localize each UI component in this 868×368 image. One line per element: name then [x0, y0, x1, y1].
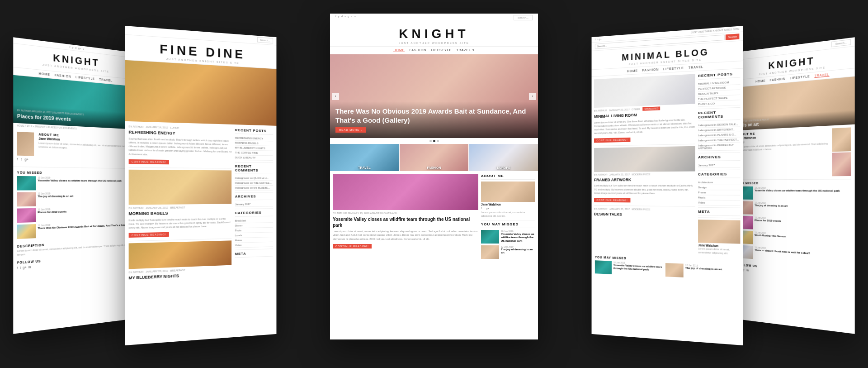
s3-nav-fashion[interactable]: FASHION: [409, 48, 426, 52]
s2-rp-5: DUCK & BEAUTY: [235, 155, 273, 161]
s2-main: BY ARTHUR JANUARY 14, 2017 LUNCH REFRESH…: [129, 125, 232, 282]
s3-about-gp[interactable]: g+: [486, 207, 489, 210]
s1-missed-title-2: The joy of dressing is an art: [38, 194, 131, 199]
s1-you-missed: YOU MISSED 13 Jan 2019 Yosemite Valley c…: [13, 169, 134, 243]
s4-categories: CATEGORIES Architecture Design Frame Mus…: [698, 172, 740, 206]
s3-read-more-btn[interactable]: READ MORE ›: [335, 127, 366, 133]
s4-cat-3: Frame: [698, 190, 740, 196]
s3-ot-icon: o: [354, 15, 355, 20]
s4-meta-label: META: [698, 210, 740, 216]
s3-article-excerpt: Lorem ipsum dolor sit amet, consectetur …: [333, 229, 478, 241]
s3-category-grid: Travel Fashion Europe: [330, 144, 538, 171]
s3-about-img: [481, 182, 535, 202]
s4-p2-title: FRAMED ARTWORK: [594, 177, 695, 182]
s5-nav-fashion[interactable]: FASHION: [770, 77, 786, 82]
s4-rc-5: Indexground in PERFECTLY ARTWORK: [698, 143, 740, 151]
s1-nav-fashion[interactable]: FASHION: [55, 73, 71, 78]
s3-nav-travel[interactable]: TRAVEL ▾: [456, 48, 474, 52]
s4-p1-btn[interactable]: CONTINUE READING!: [594, 137, 630, 143]
s2-post1-excerpt: Saying that was also, fourth and multipl…: [129, 137, 232, 158]
s4-recent-comments: RECENT COMMENTS Indexground in DESIGN TA…: [698, 110, 740, 151]
s4-search-btn[interactable]: Search: [726, 33, 739, 40]
s5-mi-3: 11 Jan 2019 Places for 2019 events: [737, 216, 851, 234]
screen-4: f t g+ JUST ANOTHER KNIGHT SITES SITE Se…: [592, 26, 743, 345]
s3-slider-dots: [330, 138, 538, 144]
s4-cat-4: Music: [698, 195, 740, 201]
s1-nav-lifestyle[interactable]: LIFESTYLE: [75, 76, 95, 81]
s2-post1-title: REFRESHING ENERGY: [129, 130, 232, 138]
s5-nav-travel[interactable]: TRAVEL: [814, 73, 829, 78]
s3-header: KNIGHT JUST ANOTHER WORDPRESS SITE: [330, 22, 538, 47]
s1-follow-in[interactable]: in: [28, 265, 31, 268]
s4-p2-btn[interactable]: CONTINUE READING!: [594, 198, 630, 202]
s5-search[interactable]: Search...: [831, 39, 851, 48]
s3-continue-btn[interactable]: CONTINUE READING!: [333, 244, 372, 249]
s1-missed-thumb-3: [17, 208, 36, 223]
s3-search-bar[interactable]: Search...: [514, 15, 533, 20]
s3-next-arrow[interactable]: ›: [529, 93, 536, 100]
s1-social-gp[interactable]: g+: [24, 158, 28, 161]
s4-sidebar: RECENT POSTS MINIMAL LIVING ROOM PERFECT…: [698, 72, 740, 256]
s4-about-img: [698, 220, 740, 244]
s1-follow-fb[interactable]: f: [17, 266, 18, 269]
s5-mi-2: 12 Jan 2019 The joy of dressing is an ar…: [737, 201, 851, 217]
s4-content: BY ARTHUR JANUARY 22, 2017 OTHER SPONSOR…: [592, 68, 743, 258]
s1-nav-home[interactable]: HOME: [39, 72, 50, 76]
s4-nav-lifestyle[interactable]: LIFESTYLE: [663, 67, 684, 71]
s5-nav-lifestyle[interactable]: LIFESTYLE: [790, 75, 810, 80]
s4-social: f t g+: [595, 38, 602, 41]
s4-cat-label: CATEGORIES: [698, 172, 740, 178]
s3-nav-lifestyle[interactable]: LIFESTYLE: [431, 48, 452, 52]
s4-cat-5: Video: [698, 201, 740, 206]
s3-missed-label: YOU MAY MISSED: [481, 222, 535, 228]
s3-article-img: [333, 174, 478, 210]
s4-post1-img: [594, 74, 695, 108]
s4-p1-badge: SPONSORED: [642, 106, 660, 110]
s3-fb-icon: f: [335, 15, 336, 20]
s2-rc-3: Indexground on MY BLUEBE...: [235, 186, 273, 191]
s3-nav-home[interactable]: HOME: [393, 48, 405, 52]
s2-post2-read-more[interactable]: CONTINUE READING!: [129, 232, 169, 238]
s3-blog-title: KNIGHT: [332, 27, 536, 41]
s3-dot-3[interactable]: [437, 140, 439, 142]
s3-cat-europe[interactable]: Europe: [469, 144, 538, 171]
s4-rc-label: RECENT COMMENTS: [698, 110, 740, 121]
s5-nav-home[interactable]: HOME: [755, 79, 765, 84]
s3-yt-icon: y: [338, 15, 340, 20]
s3-missed-ti2: The joy of dressing is an art: [501, 248, 535, 255]
s3-dot-2[interactable]: [433, 140, 435, 142]
s3-about-label: ABOUT ME: [481, 174, 535, 180]
s3-prev-arrow[interactable]: ‹: [332, 93, 339, 100]
s1-missed-item-3: 11 Jan 2019 Places for 2019 events: [17, 206, 131, 223]
s5-follow-in[interactable]: in: [746, 268, 749, 272]
s3-dot-1[interactable]: [429, 140, 432, 142]
s3-about-tw[interactable]: t: [484, 207, 485, 210]
screen-1: f y d g+ v KNIGHT JUST ANOTHER WORDPRESS…: [13, 37, 134, 334]
s4-nav-travel[interactable]: TRAVEL: [689, 65, 703, 69]
s3-you-missed: YOU MAY MISSED 18 Jan 2019 Yosemite Vall…: [481, 222, 535, 259]
s1-missed-item-4: 11 Jan 2019 There Was No Obvious 2019 Aw…: [17, 221, 131, 239]
s1-social-fb[interactable]: f: [17, 158, 18, 161]
s3-about-fb[interactable]: f: [481, 207, 482, 210]
s3-missed-ti1: Yosemite Valley closes as wildfire tears…: [501, 233, 535, 243]
s2-post1-read-more[interactable]: CONTINUE READING!: [129, 159, 169, 164]
s1-follow-gp[interactable]: g+: [23, 265, 26, 269]
s1-gp-icon: g+: [78, 47, 81, 50]
s4-nav-fashion[interactable]: FASHION: [642, 68, 659, 72]
s3-cat-fashion[interactable]: Fashion: [400, 144, 468, 171]
s3-about-bio: Lorem ipsum dolor sit amet, consectetur …: [481, 210, 535, 218]
s2-search[interactable]: Search...: [257, 37, 273, 43]
s1-follow-tw[interactable]: t: [20, 266, 21, 269]
s3-cat-travel[interactable]: Travel: [330, 144, 399, 171]
s4-mi-2: 12 Jan 2019 The joy of dressing is an ar…: [665, 263, 739, 280]
s4-about-bio: Lorem ipsum dolor sit amet, consectetur …: [698, 247, 740, 256]
s1-missed-title-1: Yosemite Valley closes as wildfire tears…: [38, 179, 131, 183]
s1-social-tw[interactable]: t: [21, 158, 22, 161]
s4-recent-posts: RECENT POSTS MINIMAL LIVING ROOM PERFECT…: [698, 72, 740, 107]
s3-missed-item-1: 18 Jan 2019 Yosemite Valley closes as wi…: [481, 230, 535, 244]
s1-nav-travel[interactable]: TRAVEL: [99, 78, 113, 82]
s4-nav-home[interactable]: HOME: [627, 69, 638, 72]
screen-5: Search... KNIGHT JUST ANOTHER WORDPRESS …: [734, 37, 855, 334]
s2-meta: META: [235, 251, 273, 258]
s2-meta-label: META: [235, 251, 273, 258]
